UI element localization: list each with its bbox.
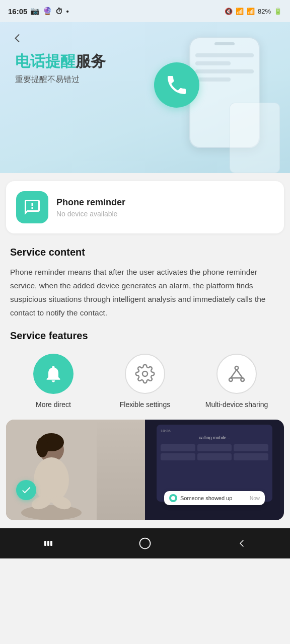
status-time: 16:05 📷 🔮 ⏱ •	[8, 7, 69, 16]
phone-screen-mockup: 10:26 calling mobile...	[157, 425, 272, 502]
svg-rect-16	[140, 538, 151, 549]
feature-multi-device: Multi-device sharing	[199, 354, 274, 410]
service-features-section: Service features More direct	[0, 330, 290, 420]
hero-text: 电话提醒服务 重要提醒不易错过	[15, 47, 106, 85]
bottom-image-section: 10:26 calling mobile...	[6, 420, 284, 520]
feature-flexible-settings: Flexible settings	[107, 354, 183, 410]
dot-indicator: •	[66, 7, 68, 16]
phone-reminder-card: Phone reminder No device available	[6, 181, 284, 233]
svg-point-7	[34, 457, 69, 503]
hero-subtitle: 重要提醒不易错过	[15, 74, 106, 85]
back-button[interactable]	[8, 29, 26, 47]
svg-rect-14	[47, 541, 49, 546]
notification-text: Someone showed up	[180, 495, 232, 501]
hero-title-part2: 服务	[76, 53, 106, 69]
vpn-icon: 🔮	[43, 7, 52, 16]
person-image-left	[6, 420, 145, 520]
signal-icon: 📶	[247, 8, 255, 15]
mute-icon: 🔇	[225, 8, 233, 15]
battery-icon: 🔋	[274, 8, 282, 15]
share-icon-circle	[216, 354, 257, 394]
status-bar: 16:05 📷 🔮 ⏱ • 🔇 📶 📶 82% 🔋	[0, 0, 290, 22]
notif-dot-icon	[169, 494, 177, 502]
feature-label-direct: More direct	[36, 400, 71, 410]
time-display: 16:05	[8, 7, 27, 16]
nav-menu-button[interactable]	[33, 533, 63, 553]
timer-icon: ⏱	[55, 7, 63, 16]
battery-display: 82%	[258, 8, 271, 15]
phone-screen-right: 10:26 calling mobile...	[145, 420, 284, 520]
notification-time: Now	[250, 496, 260, 501]
svg-point-12	[171, 496, 175, 500]
nav-back-button[interactable]	[227, 533, 257, 553]
hero-banner: 电话提醒服务 重要提醒不易错过	[0, 22, 290, 173]
service-features-title: Service features	[10, 330, 280, 342]
call-circle-icon	[154, 62, 199, 108]
card-icon	[16, 191, 48, 223]
service-content-body: Phone reminder means that after the user…	[10, 265, 280, 320]
card-subtitle: No device available	[56, 210, 125, 218]
nav-home-button[interactable]	[130, 533, 160, 553]
features-grid: More direct Flexible settings	[10, 354, 280, 410]
feature-label-multidevice: Multi-device sharing	[205, 400, 268, 410]
service-content-title: Service content	[10, 247, 280, 258]
hero-title-part1: 电话提醒	[15, 53, 76, 69]
notification-popup: Someone showed up Now	[164, 491, 265, 505]
settings-icon-circle	[125, 354, 165, 394]
status-icons: 🔇 📶 📶 82% 🔋	[225, 8, 282, 15]
navigation-bar	[0, 528, 290, 558]
hero-title: 电话提醒服务	[15, 52, 106, 70]
call-label: calling mobile...	[161, 435, 268, 440]
feature-more-direct: More direct	[16, 354, 91, 410]
wifi-icon: 📶	[236, 8, 244, 15]
camera-icon: 📷	[30, 7, 40, 16]
service-content-section: Service content Phone reminder means tha…	[0, 242, 290, 330]
svg-point-11	[36, 437, 48, 457]
check-badge	[16, 480, 36, 500]
feature-label-flexible: Flexible settings	[120, 400, 170, 410]
bell-icon-circle	[33, 354, 74, 394]
main-content: Phone reminder No device available Servi…	[0, 181, 290, 520]
svg-point-5	[21, 505, 82, 520]
svg-rect-13	[44, 541, 46, 546]
image-mockup	[230, 103, 280, 173]
card-title: Phone reminder	[56, 197, 125, 208]
svg-rect-15	[50, 541, 52, 546]
card-text: Phone reminder No device available	[56, 197, 125, 218]
svg-point-0	[142, 371, 148, 376]
